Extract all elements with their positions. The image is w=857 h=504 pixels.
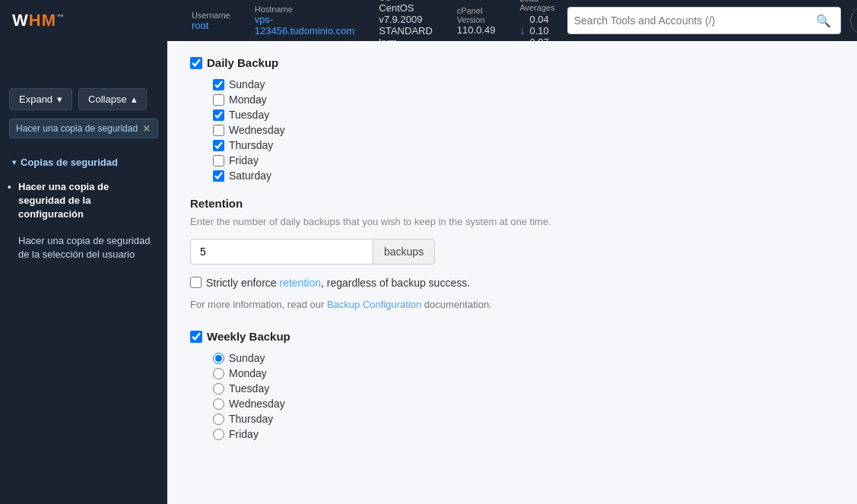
sidebar-item-user-label: Hacer una copia de seguridad de la selec… [18,235,150,260]
weekly-wednesday-label: Wednesday [229,398,285,410]
weekly-backup-header: Weekly Backup [190,330,834,343]
weekly-monday-radio[interactable] [213,368,224,379]
sidebar-section-arrow-icon: ▾ [12,158,16,166]
retention-desc: Enter the number of daily backups that y… [190,214,834,230]
daily-days-list: Sunday Monday Tuesday Wednesday Thursday… [213,78,834,182]
sidebar-section-header[interactable]: ▾ Copias de seguridad [0,151,167,174]
day-tuesday-checkbox[interactable] [213,109,224,121]
search-area: 🔍 🔔 👤 [567,6,857,35]
documentation-label: documentation. [424,299,492,310]
daily-backup-checkbox[interactable] [190,57,202,69]
load-arrow-icon: ↓ [519,24,525,36]
weekly-sunday-label: Sunday [229,352,265,364]
hostname-group: Hostname vps-123456.tudominio.com [255,5,355,36]
expand-label: Expand [19,94,52,105]
notifications-button[interactable]: 🔔 [850,6,857,35]
weekly-friday: Friday [213,428,834,440]
search-tag-text: Hacer una copia de seguridad [16,123,138,134]
sidebar-section-copias: ▾ Copias de seguridad Hacer una copia de… [0,144,167,274]
weekly-wednesday: Wednesday [213,398,834,410]
username-group: Username root [192,11,230,31]
search-tag-close-icon[interactable]: ✕ [142,122,151,135]
load-label: Load Averages [519,0,554,12]
day-thursday-label: Thursday [229,139,273,151]
weekly-tuesday: Tuesday [213,382,834,395]
weekly-sunday: Sunday [213,352,834,364]
sidebar-item-config[interactable]: Hacer una copia de seguridad de la confi… [0,174,167,228]
day-tuesday-daily: Tuesday [213,109,834,121]
search-tag[interactable]: Hacer una copia de seguridad ✕ [9,119,158,138]
retention-input-row: backups [190,239,449,265]
strictly-enforce-row: Strictly enforce retention, regardless o… [190,275,834,291]
search-box[interactable]: 🔍 [567,7,841,34]
search-icon-button[interactable]: 🔍 [813,14,834,28]
backup-link-row: For more information, read our Backup Co… [190,297,834,312]
day-tuesday-label: Tuesday [229,109,269,121]
backup-config-link[interactable]: Backup Configuration [327,299,421,310]
weekly-wednesday-radio[interactable] [213,398,224,410]
day-sunday-label: Sunday [229,78,265,90]
daily-backup-label: Daily Backup [207,56,278,69]
weekly-friday-label: Friday [229,428,259,440]
weekly-days-list: Sunday Monday Tuesday Wednesday Thursday [213,352,834,440]
username-label: Username [192,11,230,20]
weekly-backup-section: Weekly Backup Sunday Monday Tuesday We [190,330,834,440]
weekly-tuesday-label: Tuesday [229,382,269,395]
day-wednesday-checkbox[interactable] [213,125,224,136]
weekly-monday-label: Monday [229,367,267,379]
weekly-backup-label: Weekly Backup [207,330,290,343]
logo-area: WHM™ [12,11,179,30]
weekly-friday-radio[interactable] [213,429,224,440]
daily-backup-header: Daily Backup [190,56,834,69]
weekly-tuesday-radio[interactable] [213,383,224,395]
day-wednesday-daily: Wednesday [213,124,834,136]
day-sunday-checkbox[interactable] [213,79,224,90]
main-layout: Expand ▾ Collapse ▴ Hacer una copia de s… [0,41,857,504]
cpanel-value: 110.0.49 [457,24,496,36]
strictly-enforce-checkbox[interactable] [190,277,202,288]
day-monday-checkbox[interactable] [213,94,224,106]
day-thursday-daily: Thursday [213,139,834,151]
hostname-value: vps-123456.tudominio.com [255,14,355,36]
day-friday-label: Friday [229,154,259,166]
strictly-label: Strictly enforce [206,277,279,289]
retention-title: Retention [190,197,834,210]
weekly-sunday-radio[interactable] [213,353,224,364]
retention-input[interactable] [190,239,373,265]
weekly-backup-checkbox[interactable] [190,331,202,343]
search-input[interactable] [574,14,813,27]
username-value: root [192,20,230,31]
topbar: WHM™ Username root Hostname vps-123456.t… [0,0,857,41]
for-more-info-text: For more information, read our [190,299,324,310]
enforce-text: Strictly enforce retention, regardless o… [206,275,470,291]
logo: WHM™ [12,11,65,30]
retention-link[interactable]: retention [279,277,320,289]
day-saturday-label: Saturday [229,170,271,182]
hostname-label: Hostname [255,5,355,14]
main-content: Daily Backup Sunday Monday Tuesday Wedne… [167,41,857,504]
sidebar-section-label: Copias de seguridad [21,157,118,168]
weekly-thursday: Thursday [213,413,834,425]
weekly-thursday-label: Thursday [229,413,273,425]
day-monday-label: Monday [229,94,267,106]
sidebar: Expand ▾ Collapse ▴ Hacer una copia de s… [0,41,167,504]
day-friday-daily: Friday [213,154,834,166]
cpanel-group: cPanel Version 110.0.49 [457,6,496,36]
sidebar-item-user[interactable]: Hacer una copia de seguridad de la selec… [0,228,167,268]
collapse-arrow-icon: ▴ [132,94,137,105]
sidebar-item-config-label: Hacer una copia de seguridad de la confi… [18,181,109,220]
day-saturday-daily: Saturday [213,170,834,182]
day-thursday-checkbox[interactable] [213,140,224,151]
collapse-button[interactable]: Collapse ▴ [78,88,147,110]
day-monday-daily: Monday [213,94,834,106]
day-wednesday-label: Wednesday [229,124,285,136]
expand-arrow-icon: ▾ [57,94,62,105]
weekly-monday: Monday [213,367,834,379]
cpanel-label: cPanel Version [457,6,496,24]
day-friday-checkbox[interactable] [213,155,224,166]
backups-label: backups [373,239,435,265]
weekly-thursday-radio[interactable] [213,414,224,425]
day-sunday-daily: Sunday [213,78,834,90]
day-saturday-checkbox[interactable] [213,170,224,182]
expand-button[interactable]: Expand ▾ [9,88,72,110]
